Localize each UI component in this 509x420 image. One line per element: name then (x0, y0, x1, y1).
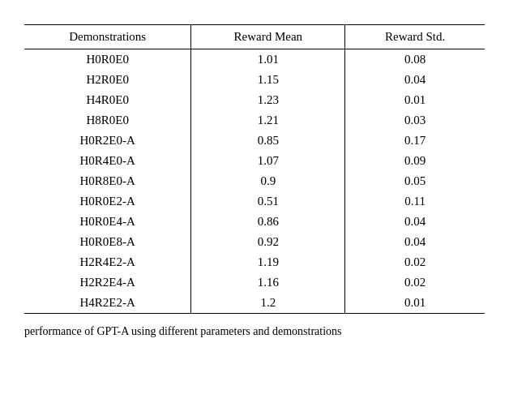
cell-r7-c0: H0R0E2-A (24, 191, 191, 212)
cell-r5-c0: H0R4E0-A (24, 151, 191, 171)
cell-r2-c1: 1.23 (191, 90, 345, 110)
table-row: H0R0E4-A0.860.04 (24, 212, 485, 232)
cell-r9-c2: 0.04 (345, 232, 485, 252)
cell-r12-c0: H4R2E2-A (24, 293, 191, 314)
cell-r8-c0: H0R0E4-A (24, 212, 191, 232)
cell-r7-c2: 0.11 (345, 191, 485, 212)
table-row: H2R0E01.150.04 (24, 70, 485, 90)
cell-r8-c1: 0.86 (191, 212, 345, 232)
cell-r0-c0: H0R0E0 (24, 49, 191, 71)
table-container: Demonstrations Reward Mean Reward Std. H… (24, 24, 485, 340)
cell-r11-c0: H2R2E4-A (24, 272, 191, 293)
cell-r9-c1: 0.92 (191, 232, 345, 252)
table-row: H0R0E2-A0.510.11 (24, 191, 485, 212)
cell-r2-c2: 0.01 (345, 90, 485, 110)
cell-r6-c2: 0.05 (345, 171, 485, 191)
cell-r1-c1: 1.15 (191, 70, 345, 90)
cell-r3-c2: 0.03 (345, 110, 485, 131)
cell-r7-c1: 0.51 (191, 191, 345, 212)
table-row: H2R4E2-A1.190.02 (24, 252, 485, 272)
col-header-demonstrations: Demonstrations (24, 25, 191, 49)
table-row: H0R8E0-A0.90.05 (24, 171, 485, 191)
cell-r4-c1: 0.85 (191, 131, 345, 151)
cell-r11-c2: 0.02 (345, 272, 485, 293)
cell-r12-c1: 1.2 (191, 293, 345, 314)
table-row: H4R2E2-A1.20.01 (24, 293, 485, 314)
cell-r0-c1: 1.01 (191, 49, 345, 71)
table-caption: performance of GPT-A using different par… (24, 324, 485, 340)
cell-r10-c1: 1.19 (191, 252, 345, 272)
cell-r9-c0: H0R0E8-A (24, 232, 191, 252)
cell-r4-c0: H0R2E0-A (24, 131, 191, 151)
cell-r2-c0: H4R0E0 (24, 90, 191, 110)
cell-r5-c1: 1.07 (191, 151, 345, 171)
cell-r6-c0: H0R8E0-A (24, 171, 191, 191)
cell-r1-c2: 0.04 (345, 70, 485, 90)
cell-r8-c2: 0.04 (345, 212, 485, 232)
table-row: H0R2E0-A0.850.17 (24, 131, 485, 151)
cell-r10-c2: 0.02 (345, 252, 485, 272)
cell-r3-c1: 1.21 (191, 110, 345, 131)
cell-r5-c2: 0.09 (345, 151, 485, 171)
cell-r0-c2: 0.08 (345, 49, 485, 71)
table-row: H0R4E0-A1.070.09 (24, 151, 485, 171)
table-row: H2R2E4-A1.160.02 (24, 272, 485, 293)
cell-r6-c1: 0.9 (191, 171, 345, 191)
cell-r4-c2: 0.17 (345, 131, 485, 151)
table-row: H8R0E01.210.03 (24, 110, 485, 131)
table-header-row: Demonstrations Reward Mean Reward Std. (24, 25, 485, 49)
cell-r12-c2: 0.01 (345, 293, 485, 314)
cell-r1-c0: H2R0E0 (24, 70, 191, 90)
cell-r10-c0: H2R4E2-A (24, 252, 191, 272)
data-table: Demonstrations Reward Mean Reward Std. H… (24, 24, 485, 314)
table-row: H0R0E01.010.08 (24, 49, 485, 71)
cell-r3-c0: H8R0E0 (24, 110, 191, 131)
table-row: H4R0E01.230.01 (24, 90, 485, 110)
col-header-reward-mean: Reward Mean (191, 25, 345, 49)
cell-r11-c1: 1.16 (191, 272, 345, 293)
col-header-reward-std: Reward Std. (345, 25, 485, 49)
table-row: H0R0E8-A0.920.04 (24, 232, 485, 252)
